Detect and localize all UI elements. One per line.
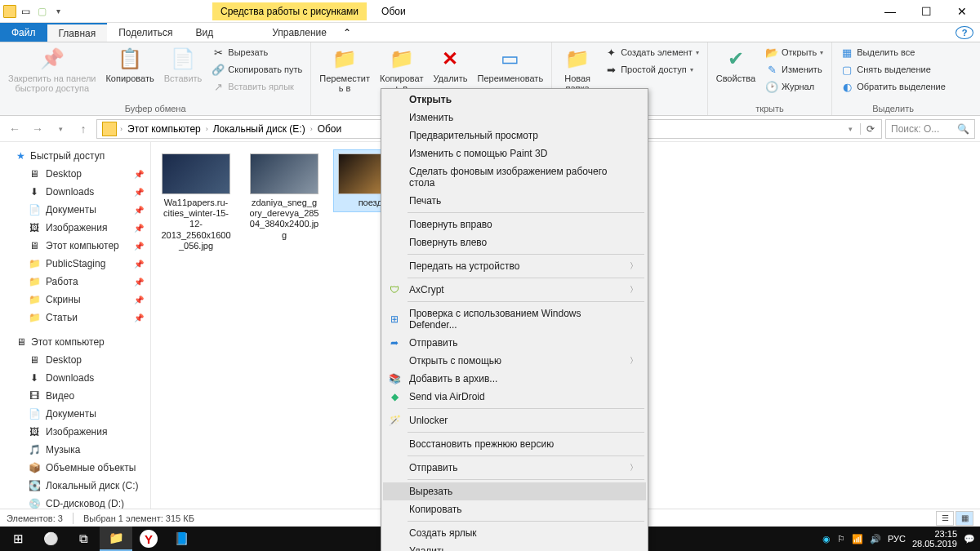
sidebar-this-pc[interactable]: Этот компьютер bbox=[0, 333, 150, 351]
sidebar-quick-access[interactable]: Быстрый доступ bbox=[0, 147, 150, 165]
navigation-pane[interactable]: Быстрый доступ 🖥Desktop📌⬇Downloads📌📄Доку… bbox=[0, 142, 151, 509]
nav-forward-button[interactable]: → bbox=[28, 119, 47, 139]
close-button[interactable]: ✕ bbox=[944, 0, 980, 23]
tray-icon[interactable]: ◉ bbox=[822, 534, 831, 544]
context-menu-item[interactable]: Создать ярлык bbox=[383, 524, 646, 542]
volume-icon[interactable]: 🔊 bbox=[870, 534, 881, 544]
sidebar-item[interactable]: 📁Статьи📌 bbox=[0, 309, 150, 327]
context-menu-item[interactable]: Предварительный просмотр bbox=[383, 127, 646, 144]
context-menu-item[interactable]: Передать на устройство〉 bbox=[383, 257, 646, 275]
sidebar-item[interactable]: 🖥Desktop bbox=[0, 351, 150, 369]
tab-share[interactable]: Поделиться bbox=[107, 23, 184, 42]
ribbon-collapse-icon[interactable]: ⌃ bbox=[338, 23, 356, 42]
deselect-button[interactable]: ▢Снять выделение bbox=[837, 61, 949, 78]
rename-button[interactable]: ▭ Переименовать bbox=[474, 44, 546, 85]
invert-selection-button[interactable]: ◐Обратить выделение bbox=[837, 78, 949, 95]
move-to-button[interactable]: 📁 Переместит ь в bbox=[316, 44, 373, 95]
crumb-drive-e[interactable]: Локальный диск (E:) bbox=[208, 123, 310, 135]
qat-properties-icon[interactable]: ▭ bbox=[18, 4, 33, 19]
minimize-button[interactable]: — bbox=[872, 0, 908, 23]
sidebar-item[interactable]: 💽Локальный диск (C:) bbox=[0, 477, 150, 495]
word-taskbar-button[interactable]: 📘 bbox=[165, 527, 198, 551]
context-menu-item[interactable]: ◆Send via AirDroid bbox=[383, 388, 646, 406]
sidebar-item[interactable]: 📁Скрины📌 bbox=[0, 291, 150, 309]
tab-view[interactable]: Вид bbox=[184, 23, 225, 42]
delete-button[interactable]: ✕ Удалить bbox=[430, 44, 470, 85]
sidebar-item[interactable]: 💿CD-дисковод (D:) bbox=[0, 495, 150, 509]
sidebar-item[interactable]: 🖼Изображения bbox=[0, 423, 150, 441]
maximize-button[interactable]: ☐ bbox=[908, 0, 944, 23]
sidebar-item[interactable]: 📄Документы bbox=[0, 405, 150, 423]
crumb-current[interactable]: Обои bbox=[313, 123, 347, 135]
nav-back-button[interactable]: ← bbox=[5, 119, 24, 139]
view-icons-button[interactable]: ▦ bbox=[956, 511, 973, 526]
context-menu-item[interactable]: Открыть bbox=[383, 91, 646, 109]
sidebar-item[interactable]: 🖥Desktop📌 bbox=[0, 165, 150, 183]
easy-access-button[interactable]: ➡Простой доступ ▾ bbox=[601, 61, 702, 78]
context-menu-item[interactable]: Вырезать bbox=[383, 482, 646, 500]
copy-to-button[interactable]: 📁 Копироват ь в bbox=[376, 44, 427, 95]
paste-button[interactable]: 📄 Вставить bbox=[161, 44, 206, 85]
task-view-button[interactable]: ⧉ bbox=[67, 527, 100, 551]
context-menu-item[interactable]: Печать bbox=[383, 192, 646, 210]
tab-file[interactable]: Файл bbox=[0, 23, 47, 42]
pin-to-quick-access-button[interactable]: 📌 Закрепить на панели быстрого доступа bbox=[5, 44, 99, 95]
context-menu-item[interactable]: Сделать фоновым изображением рабочего ст… bbox=[383, 162, 646, 192]
history-button[interactable]: 🕑Журнал bbox=[762, 78, 826, 95]
wifi-icon[interactable]: 📶 bbox=[852, 534, 863, 544]
explorer-taskbar-button[interactable]: 📁 bbox=[100, 527, 132, 551]
context-menu-item[interactable]: Повернуть вправо bbox=[383, 216, 646, 233]
properties-button[interactable]: ✔ Свойства bbox=[713, 44, 759, 85]
qat-new-folder-icon[interactable]: ▢ bbox=[34, 4, 49, 19]
breadcrumb-dropdown[interactable]: ▾ bbox=[840, 119, 860, 139]
file-item[interactable]: Wa11papers.ru-cities_winter-15-12-2013_2… bbox=[158, 150, 234, 255]
context-menu-item[interactable]: Копировать bbox=[383, 500, 646, 518]
sidebar-item[interactable]: 🎞Видео bbox=[0, 387, 150, 405]
cut-button[interactable]: ✂Вырезать bbox=[208, 44, 305, 60]
context-menu-item[interactable]: Восстановить прежнюю версию bbox=[383, 435, 646, 453]
sidebar-item[interactable]: 📦Объемные объекты bbox=[0, 459, 150, 477]
paste-shortcut-button[interactable]: ↗Вставить ярлык bbox=[208, 78, 305, 95]
tray-icon[interactable]: ⚐ bbox=[837, 534, 845, 544]
select-all-button[interactable]: ▦Выделить все bbox=[837, 44, 949, 60]
help-icon[interactable]: ? bbox=[956, 26, 973, 39]
sidebar-item[interactable]: ⬇Downloads📌 bbox=[0, 183, 150, 201]
context-menu-item[interactable]: Открыть с помощью〉 bbox=[383, 352, 646, 370]
context-menu-item[interactable]: 🛡AxCrypt〉 bbox=[383, 281, 646, 299]
sidebar-item[interactable]: 📁PublicStaging📌 bbox=[0, 255, 150, 273]
context-menu-item[interactable]: ➦Отправить bbox=[383, 334, 646, 352]
search-input[interactable]: Поиск: О... 🔍 bbox=[885, 119, 975, 139]
context-menu-item[interactable]: Изменить с помощью Paint 3D bbox=[383, 144, 646, 162]
tab-home[interactable]: Главная bbox=[47, 23, 108, 42]
context-menu-item[interactable]: Удалить bbox=[383, 542, 646, 551]
context-menu-item[interactable]: Изменить bbox=[383, 109, 646, 127]
sidebar-item[interactable]: 🖥Этот компьютер📌 bbox=[0, 237, 150, 255]
crumb-this-pc[interactable]: Этот компьютер bbox=[122, 123, 206, 135]
refresh-button[interactable]: ⟳ bbox=[860, 123, 880, 135]
qat-dropdown-icon[interactable]: ▾ bbox=[51, 4, 65, 19]
sidebar-item[interactable]: 🖼Изображения📌 bbox=[0, 219, 150, 237]
context-menu-item[interactable]: Отправить〉 bbox=[383, 459, 646, 477]
nav-recent-button[interactable]: ▾ bbox=[51, 119, 70, 139]
nav-up-button[interactable]: ↑ bbox=[74, 119, 93, 139]
search-button[interactable]: ⚪ bbox=[34, 527, 67, 551]
edit-button[interactable]: ✎Изменить bbox=[762, 61, 826, 78]
view-details-button[interactable]: ☰ bbox=[936, 511, 954, 526]
context-menu-item[interactable]: ⊞Проверка с использованием Windows Defen… bbox=[383, 304, 646, 334]
sidebar-item[interactable]: ⬇Downloads bbox=[0, 369, 150, 387]
new-item-button[interactable]: ✦Создать элемент ▾ bbox=[601, 44, 702, 60]
notification-icon[interactable]: 💬 bbox=[964, 534, 975, 544]
language-indicator[interactable]: РУС bbox=[888, 534, 906, 544]
copy-path-button[interactable]: 🔗Скопировать путь bbox=[208, 61, 305, 78]
copy-button[interactable]: 📋 Копировать bbox=[102, 44, 157, 85]
context-menu-item[interactable]: Повернуть влево bbox=[383, 233, 646, 251]
sidebar-item[interactable]: 📁Работа📌 bbox=[0, 273, 150, 291]
open-button[interactable]: 📂Открыть ▾ bbox=[762, 44, 826, 60]
file-item[interactable]: zdaniya_sneg_gory_derevya_28504_3840x240… bbox=[246, 150, 323, 244]
sidebar-item[interactable]: 🎵Музыка bbox=[0, 441, 150, 459]
yandex-taskbar-button[interactable]: Y bbox=[140, 530, 158, 548]
clock[interactable]: 23:15 28.05.2019 bbox=[912, 529, 957, 549]
start-button[interactable]: ⊞ bbox=[2, 527, 34, 551]
context-menu-item[interactable]: 🪄Unlocker bbox=[383, 411, 646, 429]
tab-manage[interactable]: Управление bbox=[261, 23, 338, 42]
